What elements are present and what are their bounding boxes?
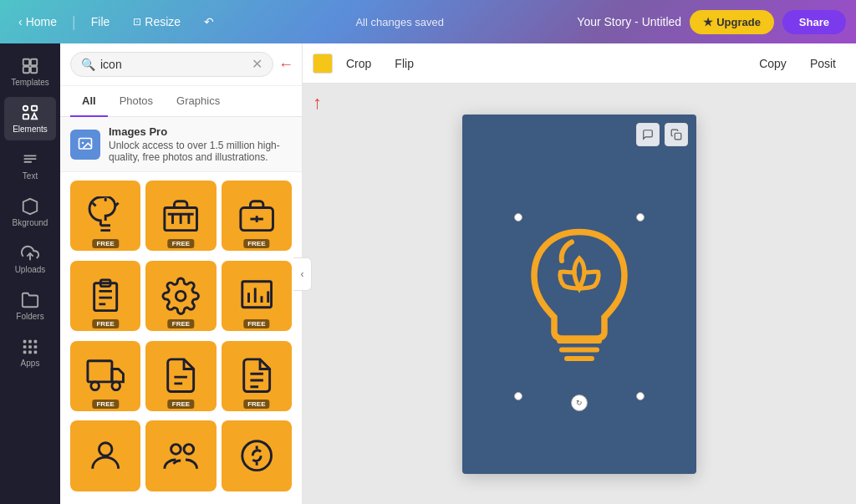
- text-icon: [21, 150, 39, 169]
- undo-button[interactable]: ↶: [196, 10, 222, 33]
- red-arrow-up: ↑: [313, 94, 322, 112]
- svg-point-41: [112, 382, 120, 390]
- toolbar-right: Copy Posit: [749, 52, 846, 75]
- list-item[interactable]: [222, 420, 292, 491]
- tab-photos[interactable]: Photos: [108, 86, 165, 117]
- sidebar-item-templates[interactable]: Templates: [4, 50, 56, 94]
- images-pro-title: Images Pro: [109, 125, 292, 138]
- svg-point-47: [99, 443, 111, 456]
- selection-handle-br[interactable]: [636, 392, 645, 400]
- svg-rect-10: [28, 340, 32, 344]
- images-pro-info: Images Pro Unlock access to over 1.5 mil…: [109, 125, 292, 163]
- svg-point-36: [176, 291, 186, 301]
- resize-button[interactable]: ⊡ Resize: [125, 10, 189, 33]
- search-bar: 🔍 ✕ ←: [60, 43, 302, 86]
- panel-collapse-button[interactable]: ‹: [293, 257, 312, 291]
- upgrade-button[interactable]: ★ Upgrade: [690, 10, 774, 34]
- tab-graphics[interactable]: Graphics: [165, 86, 232, 117]
- apps-label: Apps: [21, 359, 40, 368]
- search-icon: 🔍: [81, 58, 95, 71]
- uploads-icon: [21, 244, 39, 262]
- comment-icon-btn[interactable]: [636, 123, 660, 146]
- free-badge: FREE: [92, 400, 118, 409]
- duplicate-icon-btn[interactable]: [665, 123, 688, 146]
- upgrade-label: Upgrade: [716, 16, 761, 28]
- free-badge: FREE: [243, 239, 269, 248]
- templates-label: Templates: [11, 78, 49, 87]
- images-pro-banner[interactable]: Images Pro Unlock access to over 1.5 mil…: [60, 117, 302, 172]
- svg-rect-9: [23, 340, 27, 344]
- free-badge: FREE: [168, 239, 194, 248]
- list-item[interactable]: FREE: [70, 341, 140, 411]
- sidebar-item-uploads[interactable]: Uploads: [4, 237, 56, 281]
- images-pro-icon: [70, 130, 100, 160]
- search-input[interactable]: [100, 58, 247, 71]
- svg-rect-1: [31, 59, 37, 65]
- svg-rect-15: [23, 351, 27, 354]
- nav-divider: |: [72, 13, 76, 31]
- flip-button[interactable]: Flip: [385, 52, 424, 75]
- navbar: ‹ Home | File ⊡ Resize ↶ All changes sav…: [0, 0, 856, 43]
- svg-point-19: [82, 141, 84, 144]
- list-item[interactable]: FREE: [222, 261, 292, 331]
- search-panel: 🔍 ✕ ← All Photos Graphics Images: [60, 43, 303, 504]
- svg-point-4: [23, 106, 28, 111]
- search-input-wrapper[interactable]: 🔍 ✕: [70, 52, 273, 77]
- list-item[interactable]: FREE: [70, 261, 140, 331]
- crop-button[interactable]: Crop: [336, 52, 381, 75]
- sidebar-item-apps[interactable]: Apps: [4, 331, 56, 374]
- list-item[interactable]: [70, 420, 140, 491]
- nav-right: Your Story - Untitled ★ Upgrade Share: [577, 10, 846, 34]
- sidebar-item-background[interactable]: Bkground: [4, 191, 56, 234]
- text-label: Text: [23, 171, 38, 181]
- story-canvas[interactable]: ↻: [462, 115, 696, 474]
- list-item[interactable]: FREE: [145, 181, 216, 251]
- position-button[interactable]: Posit: [800, 52, 846, 75]
- free-badge: FREE: [92, 319, 118, 328]
- share-button[interactable]: Share: [782, 10, 846, 34]
- canvas-top-icons: [636, 123, 688, 146]
- svg-rect-12: [23, 345, 27, 349]
- list-item[interactable]: FREE: [222, 341, 292, 411]
- svg-rect-17: [34, 351, 38, 354]
- sidebar-item-folders[interactable]: Folders: [4, 284, 56, 328]
- resize-label: Resize: [145, 15, 181, 28]
- elements-icon: [21, 104, 39, 122]
- copy-button[interactable]: Copy: [749, 52, 797, 75]
- tab-all[interactable]: All: [70, 86, 108, 117]
- svg-point-40: [91, 382, 99, 390]
- resize-icon: ⊡: [133, 16, 141, 28]
- background-icon: [21, 197, 39, 216]
- free-badge: FREE: [92, 239, 118, 248]
- bkground-label: Bkground: [13, 218, 48, 227]
- list-item[interactable]: FREE: [70, 181, 140, 251]
- selection-handle-bl[interactable]: [514, 392, 522, 400]
- sidebar-icons: Templates Elements Text: [0, 43, 60, 504]
- svg-rect-0: [23, 59, 29, 65]
- file-button[interactable]: File: [83, 10, 119, 33]
- rotate-handle[interactable]: ↻: [571, 395, 588, 411]
- svg-rect-16: [28, 351, 32, 354]
- color-picker[interactable]: [313, 53, 333, 74]
- svg-rect-38: [88, 361, 112, 382]
- list-item[interactable]: FREE: [145, 261, 216, 331]
- lightbulb-element[interactable]: [512, 217, 646, 384]
- free-badge: FREE: [243, 319, 269, 328]
- list-item[interactable]: FREE: [145, 341, 216, 411]
- list-item[interactable]: FREE: [222, 181, 292, 251]
- sidebar-item-text[interactable]: Text: [4, 144, 56, 187]
- free-badge: FREE: [168, 400, 194, 409]
- home-button[interactable]: ‹ Home: [10, 10, 65, 33]
- elements-label: Elements: [13, 125, 48, 134]
- chevron-left-icon: ‹: [301, 268, 304, 280]
- svg-rect-2: [23, 67, 29, 73]
- free-badge: FREE: [168, 319, 194, 328]
- sidebar-item-elements[interactable]: Elements: [4, 97, 56, 140]
- list-item[interactable]: [145, 420, 216, 491]
- svg-rect-14: [34, 345, 38, 349]
- images-pro-description: Unlock access to over 1.5 million high-q…: [109, 140, 292, 163]
- close-icon[interactable]: ✕: [252, 58, 262, 71]
- folders-icon: [21, 291, 39, 309]
- icon-grid: FREE FREE: [60, 172, 302, 504]
- folders-label: Folders: [16, 312, 43, 321]
